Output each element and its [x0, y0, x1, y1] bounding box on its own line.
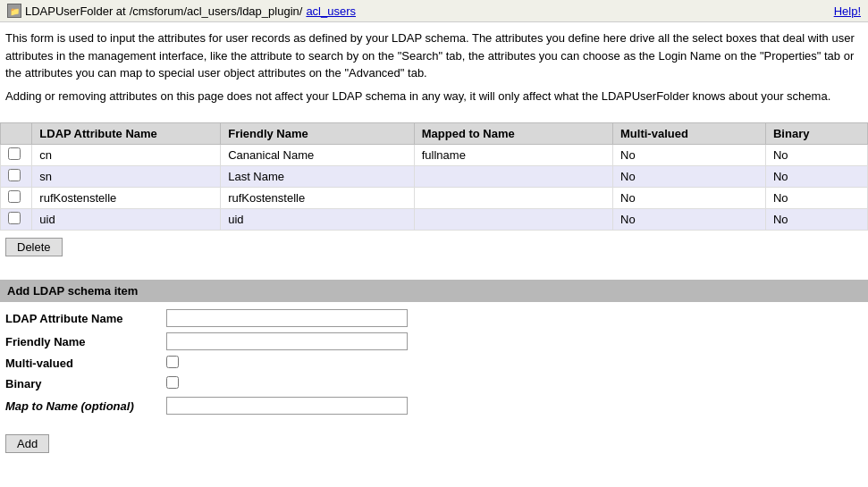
delete-btn-row: Delete — [0, 231, 868, 264]
ldap-attr-input-wrap — [166, 309, 408, 327]
table-header-row: LDAP Attribute Name Friendly Name Mapped… — [1, 123, 868, 145]
table-row: cnCananical NamefullnameNoNo — [1, 145, 868, 166]
cell-friendly-2: rufKostenstelle — [221, 188, 415, 209]
cell-binary-2: No — [765, 188, 867, 209]
table-row: snLast NameNoNo — [1, 166, 868, 188]
row-checkbox-3[interactable] — [8, 212, 21, 224]
add-section-header: Add LDAP schema item — [0, 280, 868, 302]
friendly-input-wrap — [166, 332, 408, 350]
cell-binary-3: No — [765, 209, 867, 231]
col-header-binary: Binary — [765, 123, 867, 145]
row-checkbox-1[interactable] — [8, 169, 21, 181]
cell-ldap-0: cn — [32, 145, 221, 166]
multivalued-label: Multi-valued — [5, 357, 166, 370]
cell-friendly-3: uid — [221, 209, 415, 231]
multivalued-input-wrap — [166, 356, 179, 371]
ldap-attr-input[interactable] — [166, 309, 408, 327]
cell-binary-1: No — [765, 166, 867, 188]
binary-label: Binary — [5, 377, 166, 390]
help-link[interactable]: Help! — [834, 4, 861, 18]
maptoname-label: Map to Name (optional) — [5, 399, 166, 413]
header-title-area: 📁 LDAPUserFolder at /cmsforum/acl_users/… — [7, 4, 356, 18]
folder-icon: 📁 — [7, 4, 21, 18]
description-para1: This form is used to input the attribute… — [5, 29, 863, 82]
col-header-mapped: Mapped to Name — [414, 123, 612, 145]
cell-friendly-0: Cananical Name — [221, 145, 415, 166]
cell-mapped-2 — [414, 188, 612, 209]
table-row: uiduidNoNo — [1, 209, 868, 231]
col-header-friendly: Friendly Name — [221, 123, 415, 145]
breadcrumb-link[interactable]: acl_users — [306, 4, 356, 18]
row-checkbox-0[interactable] — [8, 147, 21, 160]
cell-ldap-2: rufKostenstelle — [32, 188, 221, 209]
cell-multi-1: No — [613, 166, 766, 188]
cell-multi-2: No — [613, 188, 766, 209]
add-section: Add LDAP schema item LDAP Attribute Name… — [0, 280, 868, 427]
col-header-multi: Multi-valued — [613, 123, 766, 145]
maptoname-input-wrap — [166, 397, 408, 415]
cell-binary-0: No — [765, 145, 867, 166]
col-header-ldap: LDAP Attribute Name — [32, 123, 221, 145]
add-btn-row: Add — [0, 427, 868, 457]
form-row-maptoname: Map to Name (optional) — [5, 397, 863, 415]
cell-mapped-0: fullname — [414, 145, 612, 166]
table-row: rufKostenstellerufKostenstelleNoNo — [1, 188, 868, 209]
header-bar: 📁 LDAPUserFolder at /cmsforum/acl_users/… — [0, 0, 868, 22]
binary-input-wrap — [166, 376, 179, 391]
add-section-body: LDAP Attribute Name Friendly Name Multi-… — [0, 302, 868, 427]
binary-checkbox[interactable] — [166, 376, 179, 389]
cell-multi-0: No — [613, 145, 766, 166]
schema-table-body: cnCananical NamefullnameNoNosnLast NameN… — [1, 145, 868, 231]
cell-multi-3: No — [613, 209, 766, 231]
maptoname-input[interactable] — [166, 397, 408, 415]
form-row-multivalued: Multi-valued — [5, 356, 863, 371]
friendly-input[interactable] — [166, 332, 408, 350]
form-row-ldap-attr: LDAP Attribute Name — [5, 309, 863, 327]
ldap-attr-label: LDAP Attribute Name — [5, 312, 166, 325]
form-row-friendly: Friendly Name — [5, 332, 863, 350]
row-checkbox-2[interactable] — [8, 190, 21, 203]
cell-friendly-1: Last Name — [221, 166, 415, 188]
friendly-label: Friendly Name — [5, 335, 166, 348]
header-title-text: LDAPUserFolder at — [25, 4, 126, 18]
description-para2: Adding or removing attributes on this pa… — [5, 88, 863, 105]
description-area: This form is used to input the attribute… — [0, 22, 868, 113]
cell-mapped-1 — [414, 166, 612, 188]
multivalued-checkbox[interactable] — [166, 356, 179, 368]
delete-button[interactable]: Delete — [5, 238, 63, 256]
cell-mapped-3 — [414, 209, 612, 231]
form-row-binary: Binary — [5, 376, 863, 391]
cell-ldap-3: uid — [32, 209, 221, 231]
col-header-checkbox — [1, 123, 32, 145]
breadcrumb-path: /cmsforum/acl_users/ldap_plugin/ — [130, 4, 303, 18]
schema-table: LDAP Attribute Name Friendly Name Mapped… — [0, 122, 868, 231]
add-button[interactable]: Add — [5, 434, 49, 453]
cell-ldap-1: sn — [32, 166, 221, 188]
